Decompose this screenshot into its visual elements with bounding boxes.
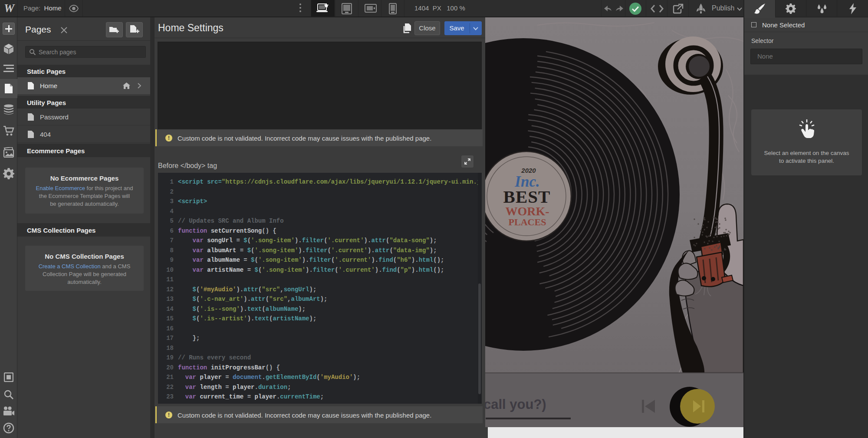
- svg-text:BEST: BEST: [503, 187, 551, 207]
- svg-text:PLACES: PLACES: [509, 217, 546, 227]
- svg-text:call you?): call you?): [485, 397, 546, 412]
- svg-text:WORK-: WORK-: [505, 204, 549, 218]
